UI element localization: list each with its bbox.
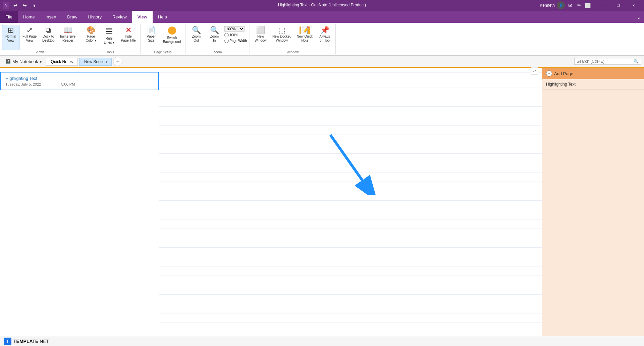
immersive-label: ImmersiveReader [60,35,75,43]
lined-paper[interactable] [159,68,542,346]
close-btn[interactable]: ✕ [626,0,641,11]
hide-title-icon: ✕ [125,27,131,34]
note-date: Tuesday, July 5, 2022 [5,82,41,86]
normal-view-btn[interactable]: ⊞ NormalView [2,25,19,50]
switch-background-btn[interactable]: SwitchBackground [161,25,183,50]
logo-icon: T [4,338,11,345]
new-window-icon: ⬜ [256,27,265,34]
page-color-btn[interactable]: 🎨 PageColor ▾ [82,25,100,50]
logo-text: TEMPLATE.NET [13,339,49,344]
new-section-label: New Section [84,59,107,64]
tab-home[interactable]: Home [18,11,40,23]
search-input[interactable] [577,59,634,64]
window-group-label: Window [287,50,299,55]
ribbon-collapse-btn[interactable]: ⌃ [637,16,641,23]
dock-label: Dock toDesktop [42,35,55,43]
tab-help[interactable]: Help [153,11,172,23]
add-page-label: Add Page [554,71,573,76]
tab-review[interactable]: Review [107,11,132,23]
tab-file[interactable]: File [0,11,18,23]
user-avatar[interactable]: 👤 [557,1,565,9]
back-btn[interactable]: ↩ [12,2,19,9]
quick-note-label: New QuickNote [297,35,313,43]
notebook-icon: 📓 [5,59,11,64]
note-list-item[interactable]: Highlighting Text Tuesday, July 5, 2022 … [0,72,159,90]
zoom-100-option[interactable]: 100% [224,33,247,37]
minimize-btn[interactable]: — [595,0,610,11]
main-area: ⤢ Highlighting Text Tuesday, July 5, 202… [0,68,644,346]
normal-view-label: NormalView [5,35,16,43]
quick-note-icon: 📝 [300,27,310,34]
always-on-top-btn[interactable]: 📌 Alwayson Top [316,25,333,50]
new-window-btn[interactable]: ⬜ NewWindow [252,25,269,50]
new-docked-window-btn[interactable]: ⬚ New DockedWindow [270,25,294,50]
zoom-in-btn[interactable]: 🔍 ZoomIn [206,25,223,50]
notebook-dropdown-icon: ▾ [40,59,42,64]
zoom-level-select[interactable]: 100% 75% 150% [224,26,245,32]
paper-lines-bg [159,68,542,346]
note-time: 5:00 PM [61,82,75,86]
add-section-btn[interactable]: + [113,57,122,66]
display-btn[interactable]: ⬜ [584,2,591,9]
ribbon: ⊞ NormalView ⤢ Full PageView ⧉ Dock toDe… [0,23,644,56]
notebook-name: My Notebook [12,59,38,64]
add-page-btn[interactable]: + [546,70,552,77]
expand-btn-container: ⤢ [0,68,159,72]
zoom-in-label: ZoomIn [210,35,219,43]
page-title-right: Highlighting Text [546,82,576,87]
ribbon-group-views: ⊞ NormalView ⤢ Full PageView ⧉ Dock toDe… [0,24,80,54]
notebook-nav[interactable]: 📓 My Notebook ▾ [3,57,45,65]
quick-notes-tab[interactable]: Quick Notes [46,58,78,66]
tab-history[interactable]: History [83,11,107,23]
normal-view-icon: ⊞ [8,27,14,34]
switch-bg-indicator [168,27,176,35]
views-items: ⊞ NormalView ⤢ Full PageView ⧉ Dock toDe… [2,25,78,50]
paper-size-btn[interactable]: 📄 PaperSize [143,25,160,50]
immersive-reader-btn[interactable]: 📖 ImmersiveReader [58,25,78,50]
zoom-items: 🔍 ZoomOut 🔍 ZoomIn 100% 75% 150% 100% Pa… [187,25,248,50]
full-page-icon: ⤢ [26,27,33,34]
window-items: ⬜ NewWindow ⬚ New DockedWindow 📝 New Qui… [252,25,333,50]
ribbon-right-controls: ⌃ [637,16,644,23]
title-bar-left: N ↩ ↪ ▾ [3,2,38,9]
full-page-view-btn[interactable]: ⤢ Full PageView [20,25,39,50]
page-setup-items: 📄 PaperSize SwitchBackground [143,25,183,50]
zoom-in-icon: 🔍 [210,27,219,34]
right-panel-page-item[interactable]: Highlighting Text [542,79,644,90]
note-title: Highlighting Text [5,76,154,81]
search-icon[interactable]: 🔍 [634,59,639,64]
svg-rect-0 [106,28,112,29]
svg-rect-1 [106,30,112,30]
note-meta: Tuesday, July 5, 2022 5:00 PM [5,82,154,86]
paper-size-label: PaperSize [147,35,156,43]
account-btn[interactable]: ✉ [567,2,574,9]
zoom-group-label: Zoom [213,50,222,55]
tab-insert[interactable]: Insert [40,11,62,23]
forward-btn[interactable]: ↪ [21,2,28,9]
page-color-label: PageColor ▾ [86,35,97,43]
new-section-tab[interactable]: New Section [79,58,112,66]
zoom-page-width-radio[interactable] [224,39,229,43]
tab-view[interactable]: View [132,11,153,23]
ribbon-group-page-setup: 📄 PaperSize SwitchBackground Page Setup [141,24,185,54]
paper-size-icon: 📄 [147,27,156,34]
tab-draw[interactable]: Draw [62,11,83,23]
zoom-page-width-option[interactable]: Page Width [224,39,247,43]
zoom-100-radio[interactable] [224,33,229,37]
hide-page-title-btn[interactable]: ✕ HidePage Title [118,25,138,50]
title-bar-title: Highlighting Text - OneNote (Unlicensed … [278,3,366,7]
ribbon-tabs: File Home Insert Draw History Review Vie… [0,11,644,23]
ribbon-group-window: ⬜ NewWindow ⬚ New DockedWindow 📝 New Qui… [250,24,336,54]
nav-bar: 📓 My Notebook ▾ Quick Notes New Section … [0,56,644,68]
pen-btn[interactable]: ✏ [576,2,582,9]
rule-lines-btn[interactable]: RuleLines ▾ [100,25,118,50]
app-icon: N [3,2,9,9]
restore-btn[interactable]: ❐ [610,0,626,11]
new-quick-note-btn[interactable]: 📝 New QuickNote [294,25,315,50]
right-panel-header: + Add Page [542,68,644,79]
immersive-icon: 📖 [63,27,72,34]
zoom-out-btn[interactable]: 🔍 ZoomOut [187,25,205,50]
dock-to-desktop-btn[interactable]: ⧉ Dock toDesktop [40,25,57,50]
expand-page-btn[interactable]: ⤢ [531,67,538,75]
quick-access-dropdown[interactable]: ▾ [31,2,38,9]
